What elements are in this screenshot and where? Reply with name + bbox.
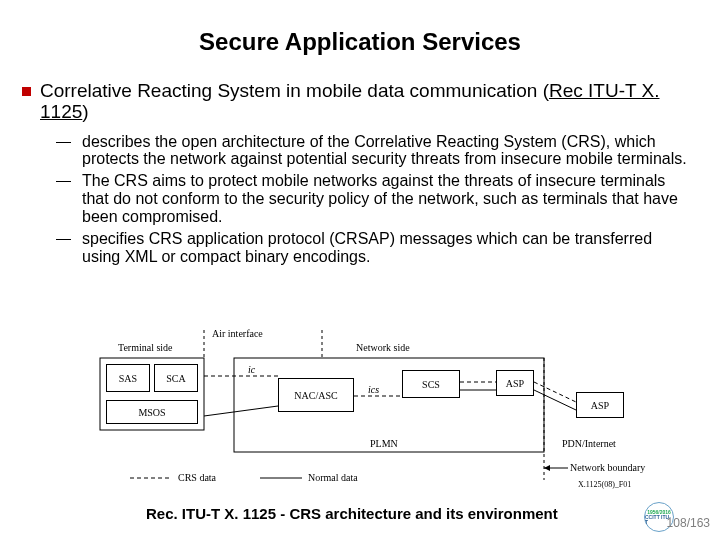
legend-normal-data: Normal data	[308, 472, 358, 483]
box-asp-1: ASP	[496, 370, 534, 396]
sub-bullet: The CRS aims to protect mobile networks …	[56, 172, 690, 226]
label-network-side: Network side	[356, 342, 410, 353]
figure-caption: Rec. ITU-T X. 1125 - CRS architecture an…	[146, 505, 558, 522]
label-air-interface: Air interface	[212, 328, 263, 339]
box-sca: SCA	[154, 364, 198, 392]
label-network-boundary: Network boundary	[570, 462, 645, 473]
slide-title: Secure Application Services	[0, 28, 720, 56]
svg-line-9	[204, 406, 278, 416]
page-number: 108/163	[667, 516, 710, 530]
label-ic: ic	[248, 364, 255, 375]
box-msos: MSOS	[106, 400, 198, 424]
label-ics: ics	[368, 384, 379, 395]
svg-line-11	[534, 390, 576, 410]
main-bullet: Correlative Reacting System in mobile da…	[22, 80, 690, 123]
content-area: Correlative Reacting System in mobile da…	[22, 80, 690, 270]
bullet-icon	[22, 87, 31, 96]
sub-bullet-list: describes the open architecture of the C…	[22, 133, 690, 266]
architecture-diagram: Air interface Terminal side Network side…	[100, 330, 660, 500]
svg-marker-13	[544, 465, 550, 471]
slide: Secure Application Services Correlative …	[0, 0, 720, 540]
legend-crs-data: CRS data	[178, 472, 216, 483]
box-asp-2: ASP	[576, 392, 624, 418]
svg-line-8	[534, 382, 576, 402]
bullet-text-a: Correlative Reacting System in mobile da…	[40, 80, 549, 101]
box-nac-asc: NAC/ASC	[278, 378, 354, 412]
label-figure-ref: X.1125(08)_F01	[578, 480, 631, 489]
box-scs: SCS	[402, 370, 460, 398]
label-plmn: PLMN	[370, 438, 398, 449]
sub-bullet: describes the open architecture of the C…	[56, 133, 690, 169]
label-terminal-side: Terminal side	[118, 342, 173, 353]
sub-bullet: specifies CRS application protocol (CRSA…	[56, 230, 690, 266]
label-pdn: PDN/Internet	[562, 438, 616, 449]
bullet-text-b: )	[82, 101, 88, 122]
box-sas: SAS	[106, 364, 150, 392]
